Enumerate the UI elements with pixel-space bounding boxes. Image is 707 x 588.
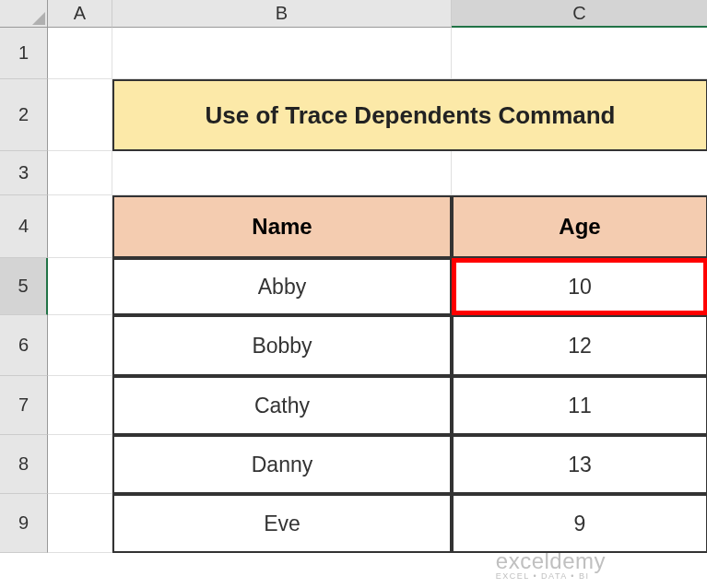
cell-c3[interactable] <box>452 151 707 195</box>
table-row[interactable]: 12 <box>452 315 707 376</box>
watermark: exceldemy EXCEL • DATA • BI <box>496 548 606 581</box>
cell-c1[interactable] <box>452 28 707 79</box>
table-row[interactable]: Danny <box>112 435 452 494</box>
row-header-2[interactable]: 2 <box>0 79 48 151</box>
table-header-name[interactable]: Name <box>112 195 452 258</box>
row-header-8[interactable]: 8 <box>0 435 48 494</box>
watermark-sub: EXCEL • DATA • BI <box>496 571 606 581</box>
row-header-4[interactable]: 4 <box>0 195 48 258</box>
table-row[interactable]: 10 <box>452 258 707 315</box>
cell-a5[interactable] <box>48 258 112 315</box>
cell-a2[interactable] <box>48 79 112 151</box>
watermark-main: exceldemy <box>496 548 606 573</box>
spreadsheet-grid: A B C 1 2 Use of Trace Dependents Comman… <box>0 0 707 553</box>
row-header-6[interactable]: 6 <box>0 315 48 376</box>
table-row[interactable]: 13 <box>452 435 707 494</box>
cell-a1[interactable] <box>48 28 112 79</box>
col-header-c[interactable]: C <box>452 0 707 28</box>
table-row[interactable]: Bobby <box>112 315 452 376</box>
table-row[interactable]: 9 <box>452 494 707 553</box>
table-header-age[interactable]: Age <box>452 195 707 258</box>
cell-a4[interactable] <box>48 195 112 258</box>
cell-b3[interactable] <box>112 151 452 195</box>
table-row[interactable]: Abby <box>112 258 452 315</box>
row-header-3[interactable]: 3 <box>0 151 48 195</box>
table-row[interactable]: Cathy <box>112 376 452 435</box>
row-header-5[interactable]: 5 <box>0 258 48 315</box>
cell-a8[interactable] <box>48 435 112 494</box>
select-all-corner[interactable] <box>0 0 48 28</box>
cell-a7[interactable] <box>48 376 112 435</box>
cell-a3[interactable] <box>48 151 112 195</box>
row-header-9[interactable]: 9 <box>0 494 48 553</box>
cell-value: 10 <box>568 275 592 300</box>
cell-b1[interactable] <box>112 28 452 79</box>
row-header-1[interactable]: 1 <box>0 28 48 79</box>
row-header-7[interactable]: 7 <box>0 376 48 435</box>
title-cell[interactable]: Use of Trace Dependents Command <box>112 79 707 151</box>
cell-a6[interactable] <box>48 315 112 376</box>
cell-a9[interactable] <box>48 494 112 553</box>
table-row[interactable]: 11 <box>452 376 707 435</box>
table-row[interactable]: Eve <box>112 494 452 553</box>
col-header-b[interactable]: B <box>112 0 452 28</box>
col-header-a[interactable]: A <box>48 0 112 28</box>
